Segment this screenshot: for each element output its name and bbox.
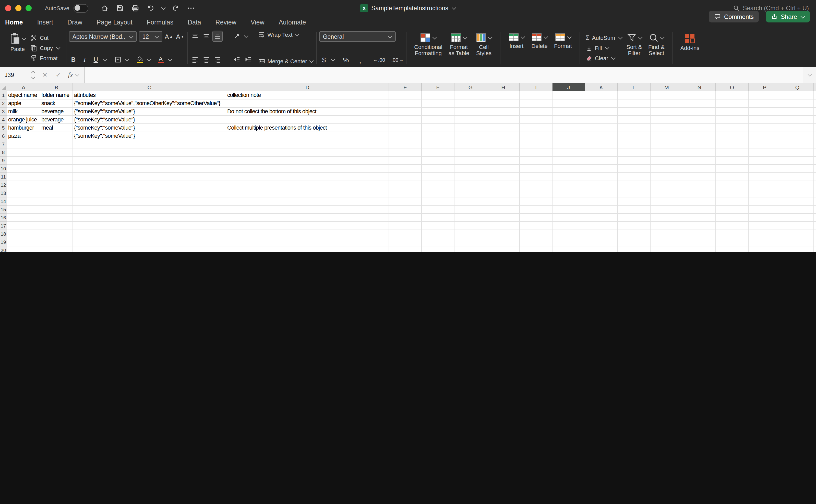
cell-M19[interactable] xyxy=(651,238,683,246)
cell-E17[interactable] xyxy=(389,222,422,230)
cell-I17[interactable] xyxy=(520,222,552,230)
cell-E16[interactable] xyxy=(389,214,422,222)
cell-M7[interactable] xyxy=(651,140,683,148)
title-chevron-icon[interactable] xyxy=(452,6,456,10)
sort-filter-button[interactable]: Sort &Filter xyxy=(623,31,645,65)
cell-J14[interactable] xyxy=(552,197,585,206)
cell-L7[interactable] xyxy=(618,140,651,148)
cell-B20[interactable] xyxy=(40,246,73,252)
cell-L15[interactable] xyxy=(618,206,651,214)
increase-font-size-button[interactable]: A▲ xyxy=(164,31,173,42)
row-header-8[interactable]: 8 xyxy=(0,148,7,157)
cell-N14[interactable] xyxy=(683,197,716,206)
cell-G9[interactable] xyxy=(454,157,487,165)
cell-Q3[interactable] xyxy=(781,108,814,116)
cell-A3[interactable]: milk xyxy=(7,108,40,116)
cell-D9[interactable] xyxy=(226,157,389,165)
cell-I3[interactable] xyxy=(520,108,552,116)
cell-I20[interactable] xyxy=(520,246,552,252)
column-header-G[interactable]: G xyxy=(454,83,487,91)
cell-F1[interactable] xyxy=(422,91,454,99)
cell-F13[interactable] xyxy=(422,189,454,197)
orientation-button[interactable] xyxy=(232,31,241,41)
cell-O7[interactable] xyxy=(716,140,749,148)
column-header-K[interactable]: K xyxy=(585,83,618,91)
cancel-entry-icon[interactable]: ✕ xyxy=(38,67,52,83)
cell-Q11[interactable] xyxy=(781,173,814,181)
cell-D15[interactable] xyxy=(226,206,389,214)
number-format-select[interactable]: General xyxy=(319,31,396,42)
cell-I16[interactable] xyxy=(520,214,552,222)
cell-A14[interactable] xyxy=(7,197,40,206)
cell-M6[interactable] xyxy=(651,132,683,140)
cell-H12[interactable] xyxy=(487,181,520,189)
cell-K1[interactable] xyxy=(585,91,618,99)
cell-P18[interactable] xyxy=(749,230,781,238)
cell-G2[interactable] xyxy=(454,99,487,108)
cell-P10[interactable] xyxy=(749,165,781,173)
cell-Q15[interactable] xyxy=(781,206,814,214)
cell-I13[interactable] xyxy=(520,189,552,197)
expand-formula-bar-icon[interactable] xyxy=(803,67,816,83)
cell-K13[interactable] xyxy=(585,189,618,197)
cell-M12[interactable] xyxy=(651,181,683,189)
cell-H5[interactable] xyxy=(487,124,520,132)
underline-chevron-icon[interactable] xyxy=(103,57,107,61)
cell-J18[interactable] xyxy=(552,230,585,238)
cell-E3[interactable] xyxy=(389,108,422,116)
cell-I8[interactable] xyxy=(520,148,552,157)
copy-button[interactable]: Copy xyxy=(30,43,60,53)
cell-C2[interactable]: {"someKey":"someValue","someOtherKey":"s… xyxy=(73,99,226,108)
cell-B11[interactable] xyxy=(40,173,73,181)
cell-L19[interactable] xyxy=(618,238,651,246)
cell-M2[interactable] xyxy=(651,99,683,108)
cell-L16[interactable] xyxy=(618,214,651,222)
decrease-decimal-button[interactable]: .00→ xyxy=(391,57,404,62)
cell-M1[interactable] xyxy=(651,91,683,99)
cell-B17[interactable] xyxy=(40,222,73,230)
column-header-C[interactable]: C xyxy=(73,83,226,91)
cell-styles-button[interactable]: CellStyles xyxy=(472,31,495,65)
cell-C10[interactable] xyxy=(73,165,226,173)
cell-Q10[interactable] xyxy=(781,165,814,173)
cell-O1[interactable] xyxy=(716,91,749,99)
cell-P5[interactable] xyxy=(749,124,781,132)
cell-Q16[interactable] xyxy=(781,214,814,222)
cell-H2[interactable] xyxy=(487,99,520,108)
more-commands-icon[interactable] xyxy=(185,3,196,13)
cell-J19[interactable] xyxy=(552,238,585,246)
cell-K2[interactable] xyxy=(585,99,618,108)
cell-E4[interactable] xyxy=(389,116,422,124)
cell-N6[interactable] xyxy=(683,132,716,140)
cell-H20[interactable] xyxy=(487,246,520,252)
cell-I2[interactable] xyxy=(520,99,552,108)
cell-B12[interactable] xyxy=(40,181,73,189)
save-icon[interactable] xyxy=(115,3,125,13)
row-header-2[interactable]: 2 xyxy=(0,99,7,108)
cell-C15[interactable] xyxy=(73,206,226,214)
cell-L9[interactable] xyxy=(618,157,651,165)
cell-B8[interactable] xyxy=(40,148,73,157)
cell-N4[interactable] xyxy=(683,116,716,124)
cell-B16[interactable] xyxy=(40,214,73,222)
cell-O2[interactable] xyxy=(716,99,749,108)
borders-chevron-icon[interactable] xyxy=(125,57,129,61)
fill-button[interactable]: Fill xyxy=(586,43,622,53)
cell-I9[interactable] xyxy=(520,157,552,165)
cell-P11[interactable] xyxy=(749,173,781,181)
cell-G20[interactable] xyxy=(454,246,487,252)
cell-K6[interactable] xyxy=(585,132,618,140)
cell-Q5[interactable] xyxy=(781,124,814,132)
row-header-20[interactable]: 20 xyxy=(0,246,7,252)
cell-R16[interactable] xyxy=(814,214,816,222)
merge-center-button[interactable]: Merge & Center xyxy=(258,58,314,65)
cell-E8[interactable] xyxy=(389,148,422,157)
cell-H19[interactable] xyxy=(487,238,520,246)
cell-M5[interactable] xyxy=(651,124,683,132)
cell-A17[interactable] xyxy=(7,222,40,230)
cell-O11[interactable] xyxy=(716,173,749,181)
tab-automate[interactable]: Automate xyxy=(272,16,313,29)
document-title[interactable]: SampleTemplateInstructions xyxy=(371,5,448,12)
borders-button[interactable] xyxy=(113,55,122,65)
cell-L5[interactable] xyxy=(618,124,651,132)
